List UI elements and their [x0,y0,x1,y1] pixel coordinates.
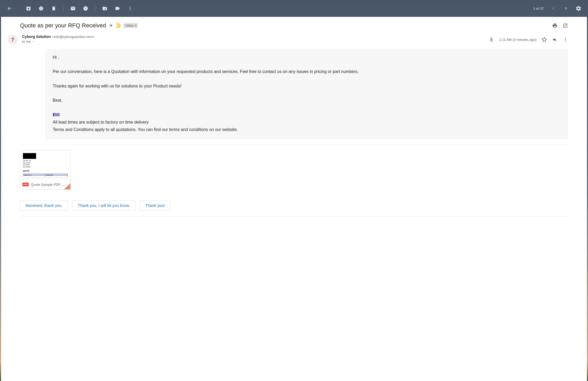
smart-reply-3[interactable]: Thank you! [140,200,170,211]
inbox-label[interactable]: Inbox × [124,23,138,28]
attachment-preview: Jak-Tek Ltd Any Street Any Town Any Wher… [20,150,70,179]
toolbar-right: 1 of 37 [533,3,584,14]
svg-point-5 [565,41,566,41]
body-greeting: Hi , [53,54,561,61]
recipient-text: to me [22,40,31,43]
attachment-footer: PDF Quote Sample PDF ... [20,179,70,189]
sender-row: ? Cyborg Solution <info@cyborgsolution.c… [1,31,587,46]
airplane-icon: ✈ [109,23,113,28]
attachment-card[interactable]: Jak-Tek Ltd Any Street Any Town Any Wher… [20,150,71,190]
label-text: Inbox [126,24,133,27]
smart-reply-1[interactable]: Received, thank you. [20,200,68,211]
email-body: Hi , Per our conversation, here is a Quo… [45,49,568,139]
important-marker[interactable] [116,23,121,28]
message-meta: 1:11 AM (3 minutes ago) [489,34,568,45]
signature-line-1: All lead times are subject to factory on… [53,119,561,126]
archive-button[interactable] [23,3,34,14]
bottom-divider [20,216,568,217]
smart-replies: Received, thank you. Thank you, I will l… [1,190,587,213]
delete-button[interactable] [48,3,59,14]
svg-point-3 [565,38,566,38]
email-content: Quote as per your RFQ Received ✈ Inbox ×… [1,17,587,381]
email-subject: Quote as per your RFQ Received [20,22,106,29]
subject-actions [552,23,568,28]
body-closing: Best, [53,97,561,104]
move-to-button[interactable] [100,3,110,14]
recipient-dropdown[interactable]: to me [22,40,489,43]
svg-point-0 [130,7,130,7]
toolbar-left [4,3,135,14]
reply-button[interactable] [552,37,557,42]
sender-info: Cyborg Solution <info@cyborgsolution.com… [22,34,489,45]
message-count: 1 of 37 [533,7,544,11]
signature-line-2: Terms and Conditions apply to all quotat… [53,126,561,133]
print-button[interactable] [552,23,557,28]
remove-label-icon[interactable]: × [135,24,137,27]
body-paragraph-1: Per our conversation, here is a Quotatio… [53,68,561,75]
next-button[interactable] [561,3,571,14]
attachments-area: Jak-Tek Ltd Any Street Any Town Any Wher… [1,150,587,190]
open-new-window-button[interactable] [563,23,568,28]
sender-avatar[interactable]: ? [7,34,18,45]
chevron-down-icon [32,40,35,43]
snooze-button[interactable] [80,3,91,14]
svg-point-4 [565,39,566,40]
prev-button[interactable] [548,3,558,14]
smart-reply-2[interactable]: Thank you, I will let you know. [72,200,135,211]
toolbar: 1 of 37 [0,0,588,17]
email-timestamp: 1:11 AM (3 minutes ago) [499,38,536,42]
sender-email: <info@cyborgsolution.com> [52,35,94,39]
attachment-icon [489,37,494,42]
svg-point-1 [130,8,130,9]
back-button[interactable] [4,3,15,14]
sender-name: Cyborg Solution [22,35,51,39]
labels-button[interactable] [112,3,123,14]
toolbar-separator-2 [95,6,95,11]
message-more-button[interactable] [563,37,568,42]
settings-button[interactable] [573,3,584,14]
svg-point-2 [130,9,130,10]
signature-name: Bill [53,111,561,119]
body-paragraph-2: Thanks again for working with us for sol… [53,82,561,90]
spam-button[interactable] [36,3,46,14]
body-divider [20,145,568,145]
more-button[interactable] [125,3,135,14]
star-button[interactable] [542,37,547,42]
subject-row: Quote as per your RFQ Received ✈ Inbox × [1,17,587,31]
toolbar-separator [63,6,63,11]
pdf-badge: PDF [22,183,29,186]
attachment-filename: Quote Sample PDF ... [31,183,64,187]
mark-unread-button[interactable] [68,3,78,14]
